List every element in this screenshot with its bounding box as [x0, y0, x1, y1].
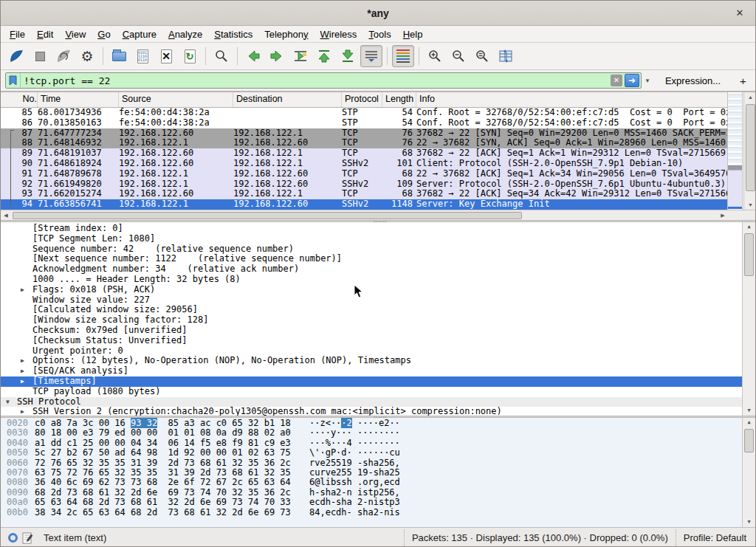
detail-row[interactable]: [Calculated window size: 29056]: [1, 305, 742, 315]
close-capture-button[interactable]: ✕: [155, 45, 177, 67]
packet-row-89[interactable]: 8971.648191037192.168.122.60192.168.122.…: [1, 148, 727, 159]
detail-row[interactable]: Sequence number: 42 (relative sequence n…: [1, 244, 742, 255]
packet-row-91[interactable]: 9171.648789678192.168.122.1192.168.122.6…: [1, 169, 727, 179]
scroll-down-icon[interactable]: ▼: [743, 406, 755, 416]
detail-row[interactable]: [Checksum Status: Unverified]: [1, 336, 742, 346]
packet-row-92[interactable]: 9271.661949820192.168.122.1192.168.122.6…: [1, 179, 727, 190]
column-header-length[interactable]: Length: [382, 92, 416, 107]
profile-label[interactable]: Profile: Default: [676, 529, 754, 546]
hex-row[interactable]: 008036 40 6c 69 62 73 73 68 2e 6f 72 67 …: [1, 478, 742, 487]
expand-icon[interactable]: ▶: [21, 407, 24, 416]
menu-tools[interactable]: Tools: [362, 27, 396, 41]
menu-help[interactable]: Help: [397, 27, 429, 41]
resize-columns-button[interactable]: [495, 45, 517, 67]
scroll-up-icon[interactable]: ▲: [744, 92, 756, 102]
intelligent-scrollbar-minimap[interactable]: [728, 92, 743, 210]
detail-row[interactable]: [Window size scaling factor: 128]: [1, 315, 742, 326]
scroll-up-icon[interactable]: ▲: [743, 222, 755, 232]
find-packet-button[interactable]: [210, 45, 233, 67]
menu-wireless[interactable]: Wireless: [315, 27, 363, 41]
hex-row[interactable]: 0020 c0 a8 7a 3c 00 16 93 32 85 a3 ac c0…: [1, 419, 742, 428]
go-forward-button[interactable]: [266, 45, 288, 67]
filter-history-dropdown-icon[interactable]: ▼: [642, 78, 653, 84]
hex-vscrollbar[interactable]: ▲ ▼: [742, 418, 755, 527]
detail-row-options[interactable]: ▶Options: (12 bytes), No-Operation (NOP)…: [1, 356, 742, 366]
reload-capture-button[interactable]: ↻: [179, 45, 201, 67]
packet-list-vscrollbar[interactable]: ▲ ▼: [743, 92, 756, 210]
detail-row[interactable]: [Next sequence number: 1122 (relative se…: [1, 254, 742, 264]
column-header-protocol[interactable]: Protocol: [342, 92, 382, 107]
expand-icon[interactable]: ▶: [21, 376, 24, 387]
menu-analyze[interactable]: Analyze: [162, 27, 208, 41]
collapse-icon[interactable]: ▼: [6, 397, 10, 407]
go-to-packet-button[interactable]: [289, 45, 312, 67]
packet-row-85[interactable]: 8568.001734936fe:54:00:d4:38:2aSTP54Conf…: [1, 108, 727, 118]
hex-row[interactable]: 006072 76 65 32 35 35 31 39 2d 73 68 61 …: [1, 458, 742, 468]
expression-button[interactable]: Expression...: [661, 74, 725, 88]
detail-row-timestamps-selected[interactable]: ▶[Timestamps]: [1, 376, 742, 387]
save-capture-button[interactable]: 010111100110: [131, 45, 154, 67]
restart-capture-button[interactable]: [52, 45, 75, 67]
scroll-right-icon[interactable]: ▶: [718, 213, 728, 219]
packet-row-88[interactable]: 8871.648146932192.168.122.1192.168.122.6…: [1, 138, 727, 148]
column-header-info[interactable]: Info: [416, 92, 727, 107]
detail-row[interactable]: Urgent pointer: 0: [1, 346, 742, 357]
detail-row[interactable]: Checksum: 0x79ed [unverified]: [1, 326, 742, 336]
expand-icon[interactable]: ▶: [21, 366, 24, 376]
menu-edit[interactable]: Edit: [31, 27, 59, 41]
details-vscrollbar[interactable]: ▲ ▼: [742, 222, 755, 416]
packet-row-87[interactable]: 8771.647777234192.168.122.60192.168.122.…: [1, 128, 727, 139]
open-capture-button[interactable]: [108, 45, 130, 67]
hex-row[interactable]: 00b038 34 2c 65 63 64 68 2d 73 68 61 32 …: [1, 508, 742, 517]
hex-row[interactable]: 003080 18 00 e3 79 ed 00 00 01 01 08 0a …: [1, 428, 742, 438]
column-header-time[interactable]: Time: [38, 92, 119, 107]
detail-row[interactable]: 1000 .... = Header Length: 32 bytes (8): [1, 275, 742, 285]
hex-row[interactable]: 007063 75 72 76 65 32 35 35 31 39 2d 73 …: [1, 468, 742, 478]
scroll-down-icon[interactable]: ▼: [744, 200, 756, 210]
detail-row-flags[interactable]: ▶Flags: 0x018 (PSH, ACK): [1, 285, 742, 295]
detail-row[interactable]: TCP payload (1080 bytes): [1, 387, 742, 397]
packet-row-90[interactable]: 9071.648618924192.168.122.60192.168.122.…: [1, 159, 727, 169]
hex-row[interactable]: 0040a1 dd c1 25 00 00 04 34 06 14 f5 e8 …: [1, 438, 742, 448]
colorize-button[interactable]: [392, 45, 414, 67]
stop-capture-button[interactable]: [29, 45, 51, 67]
column-header-source[interactable]: Source: [119, 92, 233, 107]
start-capture-button[interactable]: [5, 45, 27, 67]
menu-go[interactable]: Go: [92, 27, 116, 41]
expand-icon[interactable]: ▶: [21, 285, 24, 295]
capture-options-button[interactable]: ⚙: [76, 45, 98, 67]
hex-row[interactable]: 009068 2d 73 68 61 32 2d 6e 69 73 74 70 …: [1, 488, 742, 498]
column-header-destination[interactable]: Destination: [233, 92, 342, 107]
detail-row[interactable]: Acknowledgment number: 34 (relative ack …: [1, 264, 742, 275]
packet-row-86[interactable]: 8670.013850163fe:54:00:d4:38:2aSTP54Conf…: [1, 118, 727, 128]
display-filter-input[interactable]: [21, 74, 611, 87]
vscroll-thumb[interactable]: [746, 104, 755, 191]
scroll-left-icon[interactable]: ◀: [1, 213, 11, 219]
filter-apply-icon[interactable]: ➜: [625, 74, 639, 87]
detail-row[interactable]: [Stream index: 0]: [1, 224, 742, 234]
go-back-button[interactable]: [242, 45, 264, 67]
add-filter-button[interactable]: +: [734, 75, 752, 87]
detail-row-ssh-protocol[interactable]: ▼SSH Protocol: [1, 397, 742, 407]
menu-capture[interactable]: Capture: [117, 27, 162, 41]
menu-file[interactable]: File: [4, 27, 31, 41]
menu-statistics[interactable]: Statistics: [208, 27, 258, 41]
capture-comment-icon[interactable]: [22, 532, 33, 544]
vscroll-thumb[interactable]: [744, 429, 754, 453]
expand-icon[interactable]: ▶: [21, 356, 24, 366]
zoom-in-button[interactable]: [424, 45, 446, 67]
zoom-out-button[interactable]: [447, 45, 470, 67]
menu-telephony[interactable]: Telephony: [258, 27, 314, 41]
zoom-reset-button[interactable]: [471, 45, 493, 67]
menu-view[interactable]: View: [59, 27, 92, 41]
hex-row[interactable]: 00505c 27 b2 67 50 ad 64 98 1d 92 00 00 …: [1, 448, 742, 458]
packet-row-94-selected[interactable]: 9471.663856741192.168.122.1192.168.122.6…: [1, 199, 727, 210]
vscroll-thumb[interactable]: [744, 233, 754, 276]
scroll-down-icon[interactable]: ▼: [743, 517, 755, 527]
filter-clear-icon[interactable]: ✕: [611, 75, 622, 86]
expert-info-icon[interactable]: [8, 533, 18, 543]
detail-row[interactable]: [TCP Segment Len: 1080]: [1, 234, 742, 244]
filter-bookmark-icon[interactable]: [6, 73, 21, 88]
packet-list-hscrollbar[interactable]: ◀ ▶: [1, 210, 728, 220]
packet-row-93[interactable]: 9371.662015274192.168.122.60192.168.122.…: [1, 189, 727, 199]
